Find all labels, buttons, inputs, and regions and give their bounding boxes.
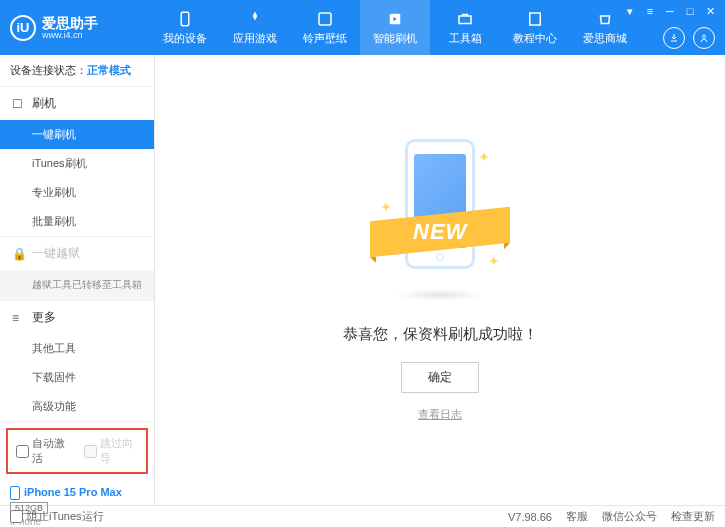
nav-apps[interactable]: 应用游戏 — [220, 0, 290, 55]
svg-rect-1 — [319, 13, 331, 25]
sidebar: 设备连接状态：正常模式 ☐ 刷机 一键刷机 iTunes刷机 专业刷机 批量刷机… — [0, 55, 155, 505]
ok-button[interactable]: 确定 — [401, 362, 479, 393]
logo-icon: iU — [10, 15, 36, 41]
block-itunes-checkbox[interactable]: 阻止iTunes运行 — [10, 509, 104, 524]
device-icon — [10, 486, 20, 500]
wechat-link[interactable]: 微信公众号 — [602, 509, 657, 524]
nav-label: 工具箱 — [449, 31, 482, 46]
sidebar-item-itunes[interactable]: iTunes刷机 — [0, 149, 154, 178]
status-value: 正常模式 — [87, 64, 131, 76]
apps-icon — [246, 10, 264, 28]
nav-toolbox[interactable]: 工具箱 — [430, 0, 500, 55]
section-label: 更多 — [32, 309, 56, 326]
sidebar-item-other-tools[interactable]: 其他工具 — [0, 334, 154, 363]
connection-status: 设备连接状态：正常模式 — [0, 55, 154, 87]
app-logo: iU 爱思助手 www.i4.cn — [0, 15, 150, 41]
section-label: 一键越狱 — [32, 245, 80, 262]
user-button[interactable] — [693, 27, 715, 49]
nav-label: 铃声壁纸 — [303, 31, 347, 46]
version-label: V7.98.66 — [508, 511, 552, 523]
support-link[interactable]: 客服 — [566, 509, 588, 524]
sidebar-jailbreak-header: 🔒 一键越狱 — [0, 237, 154, 270]
grid-icon[interactable]: ≡ — [643, 4, 657, 18]
sidebar-item-advanced[interactable]: 高级功能 — [0, 392, 154, 421]
section-label: 刷机 — [32, 95, 56, 112]
image-icon — [316, 10, 334, 28]
checkbox-label: 自动激活 — [32, 436, 70, 466]
sidebar-item-oneclick[interactable]: 一键刷机 — [0, 120, 154, 149]
options-box: 自动激活 跳过向导 — [6, 428, 148, 474]
book-icon — [526, 10, 544, 28]
sidebar-flash-header[interactable]: ☐ 刷机 — [0, 87, 154, 120]
nav-label: 爱思商城 — [583, 31, 627, 46]
top-nav: 我的设备 应用游戏 铃声壁纸 智能刷机 工具箱 教程中心 爱思商城 — [150, 0, 640, 55]
svg-point-4 — [703, 35, 706, 38]
main-content: ✦✦✦ NEW 恭喜您，保资料刷机成功啦！ 确定 查看日志 — [155, 55, 725, 505]
nav-ringtones[interactable]: 铃声壁纸 — [290, 0, 360, 55]
flash-section-icon: ☐ — [12, 97, 26, 111]
nav-tutorials[interactable]: 教程中心 — [500, 0, 570, 55]
nav-label: 我的设备 — [163, 31, 207, 46]
nav-flash[interactable]: 智能刷机 — [360, 0, 430, 55]
minimize-button[interactable]: ─ — [663, 4, 677, 18]
app-url: www.i4.cn — [42, 30, 98, 40]
store-icon — [596, 10, 614, 28]
jailbreak-note: 越狱工具已转移至工具箱 — [0, 270, 154, 300]
device-name: iPhone 15 Pro Max — [24, 486, 122, 498]
status-label: 设备连接状态： — [10, 64, 87, 76]
download-button[interactable] — [663, 27, 685, 49]
ribbon-text: NEW — [413, 219, 467, 245]
menu-icon[interactable]: ▾ — [623, 4, 637, 18]
skip-setup-checkbox[interactable]: 跳过向导 — [84, 436, 138, 466]
nav-my-device[interactable]: 我的设备 — [150, 0, 220, 55]
app-name: 爱思助手 — [42, 16, 98, 30]
toolbox-icon — [456, 10, 474, 28]
checkbox-label: 跳过向导 — [100, 436, 138, 466]
window-controls: ▾ ≡ ─ □ ✕ — [623, 4, 717, 18]
more-icon: ≡ — [12, 311, 26, 325]
close-button[interactable]: ✕ — [703, 4, 717, 18]
maximize-button[interactable]: □ — [683, 4, 697, 18]
check-update-link[interactable]: 检查更新 — [671, 509, 715, 524]
flash-icon — [386, 10, 404, 28]
phone-icon — [176, 10, 194, 28]
success-message: 恭喜您，保资料刷机成功啦！ — [343, 325, 538, 344]
sidebar-item-batch[interactable]: 批量刷机 — [0, 207, 154, 236]
nav-label: 应用游戏 — [233, 31, 277, 46]
auto-activate-checkbox[interactable]: 自动激活 — [16, 436, 70, 466]
view-log-link[interactable]: 查看日志 — [418, 407, 462, 422]
lock-icon: 🔒 — [12, 247, 26, 261]
nav-label: 智能刷机 — [373, 31, 417, 46]
titlebar: iU 爱思助手 www.i4.cn 我的设备 应用游戏 铃声壁纸 智能刷机 工具… — [0, 0, 725, 55]
sidebar-more-header[interactable]: ≡ 更多 — [0, 301, 154, 334]
checkbox-label: 阻止iTunes运行 — [27, 509, 104, 524]
svg-rect-0 — [181, 12, 189, 26]
success-illustration: ✦✦✦ NEW — [370, 139, 510, 309]
nav-label: 教程中心 — [513, 31, 557, 46]
sidebar-item-download-fw[interactable]: 下载固件 — [0, 363, 154, 392]
sidebar-item-pro[interactable]: 专业刷机 — [0, 178, 154, 207]
svg-rect-3 — [459, 16, 471, 24]
